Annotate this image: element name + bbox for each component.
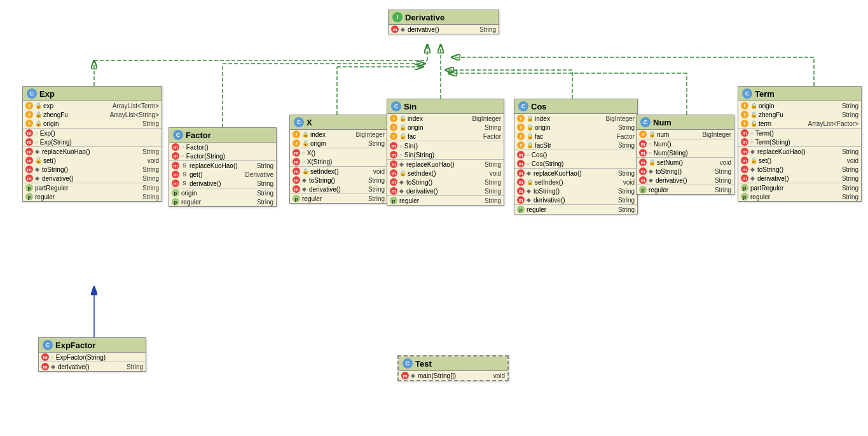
property-icon: p	[25, 193, 33, 200]
class-name-test: Test	[415, 359, 432, 369]
field-name: get()	[189, 171, 238, 178]
field-type: String	[613, 206, 635, 213]
field-icon: f	[517, 132, 525, 140]
field-name: Term()	[755, 130, 858, 137]
field-name: replaceKuoHao()	[534, 170, 611, 177]
field-name: main(String[])	[418, 372, 486, 379]
method-icon: m	[25, 148, 33, 155]
class-term: C Term f 🔒 origin String f 🔒 zhengFu Str…	[738, 86, 862, 202]
field-row: p reguler String	[738, 192, 861, 201]
field-row: m 🔒 set() void	[23, 156, 162, 165]
method-icon: m	[293, 149, 300, 157]
field-type: String	[137, 120, 159, 127]
field-row: f 🔒 zhengFu String	[738, 110, 861, 119]
class-cos: C Cos f 🔒 index BigInteger f 🔒 origin St…	[514, 99, 638, 214]
section-term-constructors: m ○ Term() m ○ Term(String)	[738, 129, 861, 147]
field-name: Num()	[654, 141, 731, 148]
field-type: String	[363, 186, 385, 193]
lock-icon: 🔒	[527, 179, 533, 185]
field-row: m ○ Cos(String)	[514, 159, 637, 168]
field-type: String	[837, 193, 858, 200]
field-type: BigInteger	[600, 115, 635, 122]
class-name-num: Num	[653, 118, 672, 127]
field-name: reguler	[181, 199, 250, 206]
field-access: ◆	[399, 188, 404, 194]
lock-icon: 🔒	[750, 157, 757, 164]
property-icon: p	[172, 189, 179, 197]
class-sin: C Sin f 🔒 index BigInteger f 🔒 origin St…	[387, 99, 504, 206]
field-name: toString()	[406, 179, 478, 186]
section-x-properties: p reguler String	[290, 194, 387, 203]
class-name-exp: Exp	[39, 89, 55, 99]
field-row: m ○ Factor()	[169, 143, 276, 151]
field-row: m S get() Derivative	[169, 170, 276, 179]
field-type: Derivative	[240, 171, 273, 178]
class-header-expfactor: C ExpFactor	[39, 338, 146, 353]
field-icon: f	[293, 139, 300, 147]
field-name: origin	[310, 140, 361, 147]
method-icon: m	[390, 169, 397, 177]
field-icon: f	[293, 130, 300, 138]
field-name: Sin(String)	[404, 151, 501, 158]
class-icon-expfactor: C	[43, 340, 53, 350]
field-row: m ○ ExpFactor(String)	[39, 353, 146, 362]
method-icon: m	[639, 176, 647, 184]
field-name: index	[408, 115, 465, 122]
circle-icon: ○	[35, 130, 38, 136]
field-name: set()	[759, 157, 840, 164]
field-name: toString()	[656, 168, 708, 175]
field-type: ArrayList<String>	[105, 111, 159, 118]
method-icon: m	[517, 151, 525, 158]
lock-icon: 🔒	[649, 131, 655, 137]
section-exp-properties: p partReguler String p reguler String	[23, 183, 162, 201]
field-name: replaceKuoHao()	[757, 148, 835, 155]
field-row: f 🔒 origin String	[514, 123, 637, 132]
field-icon: f	[390, 115, 397, 122]
field-name: derivative()	[656, 177, 708, 184]
section-num-constructors: m ○ Num() m ○ Num(String)	[637, 139, 734, 158]
field-type: String	[137, 166, 159, 173]
field-type: String	[252, 180, 273, 187]
lock-icon: 🔒	[35, 120, 41, 127]
field-name: zhengFu	[759, 111, 835, 118]
field-row: f 🔒 num BigInteger	[637, 130, 734, 139]
method-icon: m	[172, 162, 179, 169]
section-exp-fields: f 🔒 exp ArrayList<Term> f 🔒 zhengFu Arra…	[23, 101, 162, 129]
field-row: m 🔒 setIndex() void	[387, 169, 504, 178]
method-icon: m	[639, 167, 647, 175]
field-name: fac	[535, 133, 610, 140]
method-icon: m	[293, 158, 300, 165]
method-icon: m	[741, 138, 748, 146]
section-exp-methods: m ◆ replaceKuoHao() String m 🔒 set() voi…	[23, 147, 162, 183]
class-header-test: C Test	[399, 356, 507, 371]
field-name: origin	[181, 190, 250, 197]
field-access: ◆	[35, 175, 40, 181]
circle-icon: ○	[527, 152, 530, 158]
field-name: Num(String)	[654, 150, 731, 157]
field-icon: f	[741, 111, 748, 118]
method-icon: m	[41, 353, 49, 361]
method-icon: m	[172, 152, 179, 160]
field-row: m ○ X()	[290, 148, 387, 157]
field-type: String	[613, 170, 635, 177]
field-type: String	[837, 111, 858, 118]
field-name: origin	[535, 124, 611, 131]
field-access: ◆	[35, 166, 40, 172]
field-name: toString()	[309, 177, 361, 184]
method-icon: m	[293, 176, 300, 184]
field-icon: f	[390, 123, 397, 131]
field-name: setIndex()	[408, 170, 483, 177]
section-factor-constructors: m ○ Factor() m ○ Factor(String)	[169, 143, 276, 161]
section-factor-methods: m S replaceKuoHao() String m S get() Der…	[169, 161, 276, 188]
field-name: origin	[759, 102, 835, 109]
field-name: reguler	[399, 197, 478, 204]
method-icon: m	[517, 169, 525, 177]
circle-icon: ○	[181, 153, 184, 159]
field-row: m ◆ toString() String	[290, 176, 387, 185]
class-icon-term: C	[742, 88, 752, 99]
field-row: m ◆ toString() String	[387, 178, 504, 186]
lock-icon: 🔒	[527, 115, 533, 122]
field-type: ArrayList<Factor>	[803, 120, 858, 127]
field-access: ◆	[399, 179, 404, 185]
property-icon: p	[517, 206, 525, 213]
